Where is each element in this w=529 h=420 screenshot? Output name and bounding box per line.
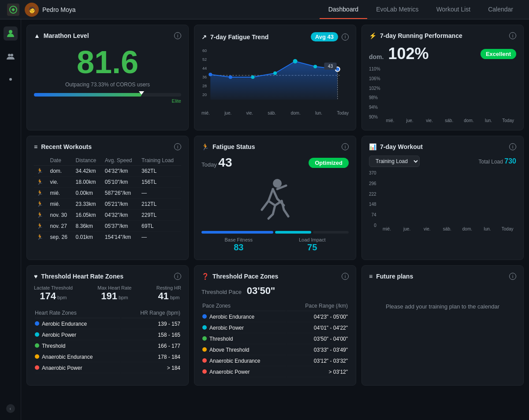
avatar: 🧑 (25, 3, 39, 17)
app-logo (7, 4, 19, 16)
card-title: ↗ 7-day Fatigue Trend (201, 33, 268, 41)
svg-point-2 (8, 54, 11, 56)
svg-text:60: 60 (202, 48, 207, 53)
running-perf-card: ⚡ 7-day Running Performance i dom. 102% … (361, 25, 524, 130)
sidebar-icon-group[interactable] (4, 49, 18, 63)
x-labels: mié. jue. vie. sáb. dom. lun. Today (201, 111, 349, 115)
bar-dom: dom. (461, 79, 477, 123)
tab-calendar[interactable]: Calendar (479, 0, 522, 19)
hr-zone-table: Heart Rate Zones HR Range (bpm) Aerobic … (34, 307, 181, 374)
y-axis: 370 296 222 148 74 0 (369, 171, 376, 228)
training-load-dropdown[interactable]: Training Load (369, 156, 420, 167)
svg-point-18 (313, 65, 317, 68)
col-date-label: Date (47, 156, 73, 166)
svg-text:36: 36 (202, 75, 207, 79)
resting-hr: Resting HR 41 bpm (156, 285, 181, 302)
svg-point-3 (11, 54, 13, 56)
sidebar-collapse-button[interactable]: ‹ (6, 404, 15, 413)
sidebar: ‹ (0, 19, 21, 420)
svg-point-17 (293, 59, 297, 63)
bar-chart-icon: 📊 (369, 143, 376, 150)
workout7-info-icon[interactable]: i (509, 143, 516, 150)
hr-info-icon[interactable]: i (174, 273, 181, 280)
bar-jue: jue. (402, 99, 418, 123)
pace-info-icon[interactable]: i (342, 273, 349, 280)
sidebar-icon-person[interactable] (4, 26, 18, 41)
recent-workouts-card: ≡ Recent Workouts i Date Distance Avg. S… (26, 136, 189, 260)
card-header: ♥ Threshold Heart Rate Zones i (34, 273, 181, 280)
fatigue-status-info[interactable]: i (342, 143, 349, 150)
svg-point-15 (251, 75, 254, 79)
future-plans-card: ≡ Future plans i Please add your trainin… (361, 265, 524, 386)
svg-point-23 (273, 179, 282, 188)
svg-text:28: 28 (202, 84, 207, 88)
pace-zone-table: Pace Zones Pace Range (/km) Aerobic Endu… (201, 300, 349, 378)
card-header: ⚡ 7-day Running Performance i (369, 32, 516, 39)
workouts-info-icon[interactable]: i (174, 143, 181, 150)
workout-table: Date Distance Avg. Speed Training Load 🏃… (34, 156, 181, 242)
wbar-dom: dom. (458, 176, 476, 231)
excellent-badge: Excellent (481, 49, 516, 59)
svg-text:43: 43 (328, 64, 333, 69)
bar-lun: lun. (481, 116, 497, 123)
list-item: Aerobic Endurance 139 - 157 (35, 319, 180, 329)
wbar-mie: mié. (378, 201, 396, 231)
wbar-today: Today (499, 213, 516, 231)
top-nav: 🧑 Pedro Moya Dashboard EvoLab Metrics Wo… (0, 0, 529, 19)
plans-info-icon[interactable]: i (509, 273, 516, 280)
trend-icon: ↗ (201, 33, 207, 41)
card-header: 🏃 Fatigue Status i (201, 143, 349, 150)
wbar-vie: vie. (418, 205, 436, 231)
heart-icon: ♥ (34, 273, 37, 280)
fatigue-chart: 60 52 44 36 28 20 (201, 47, 349, 117)
list-item: Anaerobic Power > 03'12" (202, 367, 348, 377)
progress-marker (139, 91, 144, 95)
card-title: ❓ Threshold Pace Zones (201, 273, 278, 280)
mountain-icon: ▲ (34, 32, 40, 39)
progress-bar (34, 93, 181, 97)
hr-zones-card: ♥ Threshold Heart Rate Zones i Lactate T… (26, 265, 189, 386)
card-header: ≡ Future plans i (369, 273, 516, 280)
list-item: Anaerobic Endurance 03'12" - 03'32" (202, 356, 348, 366)
card-title: ≡ Future plans (369, 273, 413, 280)
table-row: 🏃 sep. 26 0.01km 154'14"/km — (34, 232, 181, 243)
svg-point-14 (229, 75, 232, 79)
list-item: Aerobic Power 158 - 165 (35, 330, 180, 340)
card-title: ♥ Threshold Heart Rate Zones (34, 273, 123, 280)
table-row: 🏃 nov. 27 8.36km 05'37"/km 69TL (34, 221, 181, 232)
tab-workout-list[interactable]: Workout List (428, 0, 480, 19)
marathon-value: 81.6 (34, 46, 181, 78)
wbar-sab: sáb. (439, 225, 456, 231)
list-item: Aerobic Power 04'01" - 04'22" (202, 323, 348, 333)
card-title: 📊 7-day Workout (369, 143, 423, 150)
bar-today: Today (500, 85, 516, 123)
nav-user: 🧑 Pedro Moya (25, 3, 75, 17)
fatigue-bars (201, 231, 349, 234)
perf-info-icon[interactable]: i (509, 32, 516, 39)
row-3: ♥ Threshold Heart Rate Zones i Lactate T… (26, 265, 524, 386)
marathon-info-icon[interactable]: i (174, 32, 181, 39)
card-header: ▲ Marathon Level i (34, 32, 181, 39)
tab-evolab[interactable]: EvoLab Metrics (367, 0, 427, 19)
col-distance: Distance (73, 156, 102, 166)
elite-label: Elite (34, 98, 181, 104)
table-row: 🏃 vie. 18.00km 05'10"/km 156TL (34, 177, 181, 188)
list-item: Anaerobic Endurance 178 - 184 (35, 352, 180, 362)
sidebar-icon-settings[interactable] (4, 72, 18, 86)
tab-dashboard[interactable]: Dashboard (320, 0, 368, 19)
card-title: ⚡ 7-day Running Performance (369, 32, 462, 39)
svg-point-4 (9, 78, 12, 81)
list-item: Above Threshold 03'33" - 03'49" (202, 345, 348, 355)
table-row: 🏃 mié. 0.00km 587'26"/km — (34, 188, 181, 199)
fatigue-metrics: Base Fitness 83 Load Impact 75 (201, 237, 349, 253)
bar-sab: sáb. (441, 97, 457, 123)
card-header: ❓ Threshold Pace Zones i (201, 273, 349, 280)
plans-icon: ≡ (369, 273, 373, 280)
wbar-lun: lun. (479, 225, 496, 231)
workout-7day-card: 📊 7-day Workout i Training Load Total Lo… (361, 136, 524, 260)
fatigue-svg: 60 52 44 36 28 20 (201, 47, 349, 108)
threshold-pace: Threshold Pace 03'50" (201, 285, 349, 297)
fatigue-info-icon[interactable]: i (342, 33, 349, 41)
perf-bar-chart: mié. jue. vie. (382, 70, 516, 123)
y-labels: 110% 106% 102% 98% 94% 90% (369, 67, 380, 119)
